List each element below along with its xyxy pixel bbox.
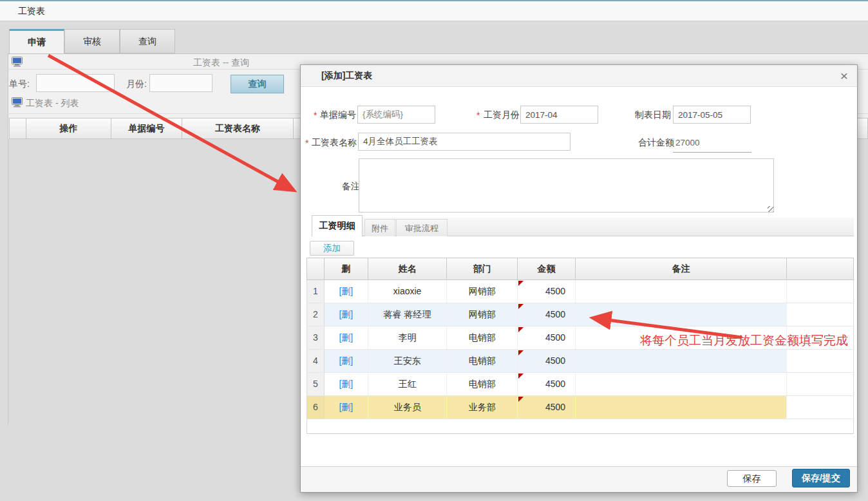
extra-cell	[787, 280, 853, 303]
monitor-icon	[12, 97, 23, 108]
name-cell: 王安东	[368, 350, 448, 372]
dept-cell: 网销部	[447, 303, 518, 326]
row-no: 6	[307, 396, 325, 419]
del-cell: [删]	[325, 280, 368, 303]
header-remark: 备注	[576, 258, 787, 279]
table-empty-area	[307, 419, 854, 434]
header-name: 姓名	[368, 258, 448, 279]
name-cell: xiaoxie	[368, 280, 448, 303]
salary-month-field[interactable]	[520, 106, 598, 124]
salary-month-label: 工资月份	[484, 109, 520, 121]
row-no: 4	[307, 350, 325, 372]
add-row-button[interactable]: 添加	[310, 241, 354, 256]
dept-cell: 电销部	[447, 326, 518, 349]
del-cell: [删]	[325, 373, 368, 395]
row-no: 5	[307, 373, 325, 395]
row-no: 3	[307, 326, 325, 349]
extra-cell	[787, 303, 853, 326]
tab-attachments[interactable]: 附件	[364, 219, 395, 236]
list-header-rowno	[10, 118, 26, 138]
amount-cell[interactable]: 4500	[518, 373, 576, 395]
remark-textarea[interactable]	[359, 158, 774, 213]
amount-cell[interactable]: 4500	[518, 350, 576, 372]
annotation-text: 将每个员工当月发放工资金额填写完成	[640, 332, 848, 349]
close-icon[interactable]: ×	[840, 68, 848, 84]
amount-cell[interactable]: 4500	[518, 326, 576, 349]
row-no: 2	[307, 303, 325, 326]
dept-cell: 网销部	[447, 280, 518, 303]
name-cell: 业务员	[368, 396, 448, 419]
del-cell: [删]	[325, 350, 368, 372]
dept-cell: 电销部	[447, 373, 518, 395]
remark-cell[interactable]	[576, 396, 787, 419]
del-cell: [删]	[325, 396, 368, 419]
row-no: 1	[307, 280, 325, 303]
header-dept: 部门	[447, 258, 518, 279]
month-input[interactable]	[149, 74, 212, 92]
query-section-title: 工资表 -- 查询	[193, 57, 249, 69]
table-name-label: 工资表名称	[312, 137, 357, 149]
remark-cell[interactable]	[576, 303, 787, 326]
table-row[interactable]: 2 [删] 蒋睿 蒋经理 网销部 4500	[307, 303, 854, 326]
dept-cell: 业务部	[447, 396, 518, 419]
list-section-title: 工资表 - 列表	[26, 98, 79, 109]
month-label: 月份:	[126, 79, 147, 90]
remark-label: 备注	[342, 181, 360, 193]
list-header-actions[interactable]: 操作	[26, 118, 111, 138]
extra-cell	[787, 350, 853, 372]
tab-query[interactable]: 查询	[120, 29, 175, 53]
save-button[interactable]: 保存	[727, 470, 777, 487]
search-button[interactable]: 查询	[231, 75, 284, 93]
dialog-header[interactable]: [添加]工资表 ×	[301, 65, 857, 87]
tab-approval-flow[interactable]: 审批流程	[396, 219, 448, 236]
delete-link[interactable]: [删]	[339, 402, 353, 412]
total-amount-value: 27000	[675, 138, 700, 147]
header-rowno	[307, 258, 325, 279]
window-tab-title[interactable]: 工资表	[18, 6, 45, 17]
delete-link[interactable]: [删]	[339, 355, 353, 366]
tab-review[interactable]: 审核	[64, 29, 120, 53]
remark-cell[interactable]	[576, 350, 787, 372]
extra-cell	[787, 373, 853, 395]
list-header-doc-no[interactable]: 单据编号	[111, 118, 182, 138]
header-del: 删	[325, 258, 368, 279]
total-amount-underline	[673, 152, 751, 153]
list-header-table-name[interactable]: 工资表名称	[182, 118, 294, 138]
amount-cell[interactable]: 4500	[518, 280, 576, 303]
amount-cell[interactable]: 4500	[518, 396, 576, 419]
required-marker: *	[305, 138, 308, 148]
name-cell: 李明	[368, 326, 448, 349]
amount-cell[interactable]: 4500	[518, 303, 576, 326]
order-no-label: 单号:	[9, 79, 30, 90]
order-no-input[interactable]	[36, 74, 115, 92]
create-date-field[interactable]	[673, 106, 751, 124]
extra-cell	[787, 396, 853, 419]
resize-grip-icon[interactable]	[768, 206, 773, 212]
delete-link[interactable]: [删]	[339, 332, 353, 343]
table-row[interactable]: 4 [删] 王安东 电销部 4500	[307, 350, 854, 373]
dept-cell: 电销部	[447, 350, 518, 372]
table-name-field[interactable]	[358, 133, 571, 151]
doc-no-label: 单据编号	[320, 109, 356, 121]
header-extra	[787, 258, 853, 279]
create-date-label: 制表日期	[635, 109, 671, 121]
detail-table-header: 删 姓名 部门 金额 备注	[307, 258, 854, 280]
remark-cell[interactable]	[576, 373, 787, 395]
delete-link[interactable]: [删]	[339, 286, 353, 296]
required-marker: *	[476, 110, 480, 120]
remark-cell[interactable]	[576, 280, 787, 303]
del-cell: [删]	[325, 326, 368, 349]
doc-no-field[interactable]	[357, 106, 435, 124]
table-row[interactable]: 1 [删] xiaoxie 网销部 4500	[307, 280, 854, 303]
delete-link[interactable]: [删]	[339, 379, 353, 389]
tabs-divider	[8, 53, 868, 54]
table-row[interactable]: 6 [删] 业务员 业务部 4500	[307, 396, 854, 419]
tab-apply[interactable]: 申请	[9, 29, 64, 53]
save-submit-button[interactable]: 保存/提交	[792, 469, 850, 487]
add-salary-table-dialog: [添加]工资表 × * 单据编号 * 工资月份 制表日期 * 工资表名称 合计金…	[300, 64, 858, 493]
tab-salary-detail[interactable]: 工资明细	[312, 215, 363, 236]
name-cell: 王红	[368, 373, 448, 395]
table-row[interactable]: 5 [删] 王红 电销部 4500	[307, 373, 854, 396]
delete-link[interactable]: [删]	[339, 309, 353, 319]
required-marker: *	[314, 110, 317, 120]
